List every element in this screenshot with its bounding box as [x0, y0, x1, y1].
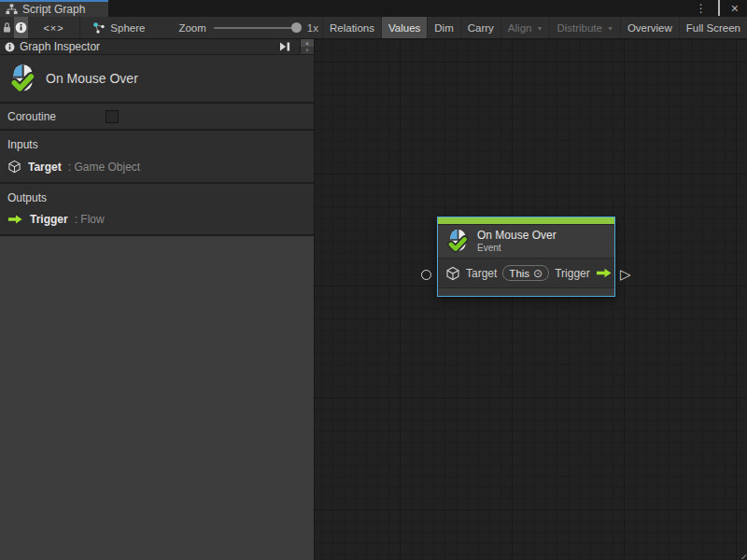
object-picker-icon[interactable]: ⊙: [533, 267, 543, 280]
tab-label: Script Graph: [22, 3, 85, 16]
node-title: On Mouse Over: [477, 229, 557, 242]
on-mouse-over-icon: [445, 229, 470, 253]
window-maximize-icon[interactable]: [715, 3, 723, 14]
inspector-title: Graph Inspector: [20, 40, 270, 53]
full-screen-button[interactable]: Full Screen: [679, 17, 747, 38]
info-icon: [15, 21, 27, 34]
unit-title-block: On Mouse Over: [0, 55, 314, 104]
zoom-slider-knob[interactable]: [291, 22, 302, 33]
align-dropdown[interactable]: Align ▼: [500, 17, 550, 38]
node-graph-icon: [92, 21, 106, 35]
window-close-icon[interactable]: ×: [728, 2, 741, 15]
graph-canvas[interactable]: ▷ On Mouse Ov: [315, 39, 747, 560]
scroll-down-button[interactable]: ▼: [301, 47, 314, 54]
port-name: Target: [28, 161, 62, 174]
zoom-control: Zoom 1x: [154, 17, 322, 38]
cube-icon: [445, 266, 460, 281]
dock-panel-button[interactable]: [275, 42, 295, 51]
coroutine-checkbox[interactable]: [106, 110, 119, 123]
graph-toolbar: <×> Sphere Zoom 1x Relations: [0, 17, 747, 39]
on-mouse-over-node[interactable]: On Mouse Over Event Target This ⊙: [437, 217, 615, 297]
on-mouse-over-icon: [7, 63, 37, 93]
tab-bar: Script Graph ⋮ ×: [0, 0, 747, 17]
tab-script-graph[interactable]: Script Graph: [0, 0, 108, 17]
input-port-row: Target : Game Object: [0, 156, 314, 182]
main-area: Graph Inspector ▲ ▼: [0, 39, 747, 560]
lock-button[interactable]: [0, 17, 14, 38]
node-output-flow-port[interactable]: ▷: [620, 267, 631, 281]
inputs-section: Inputs Target : Game Object: [0, 131, 314, 184]
cube-icon: [7, 160, 21, 174]
window-controls: ⋮ ×: [693, 0, 747, 17]
zoom-value: 1x: [307, 22, 318, 34]
port-name: Trigger: [30, 213, 68, 226]
inspector-scrollbar: ▲ ▼: [300, 39, 314, 54]
node-selected-accent: [438, 217, 614, 225]
outputs-section: Outputs Trigger : Flow: [0, 184, 314, 236]
values-button[interactable]: Values: [381, 17, 427, 38]
window-resize-grip[interactable]: [737, 550, 746, 559]
variables-toggle-button[interactable]: <×>: [28, 17, 78, 38]
code-icon: <×>: [43, 22, 63, 34]
caret-down-icon: ▼: [536, 25, 543, 32]
coroutine-label: Coroutine: [7, 110, 56, 123]
port-type: : Game Object: [68, 161, 140, 174]
outputs-heading: Outputs: [0, 184, 314, 209]
carry-button[interactable]: Carry: [460, 17, 500, 38]
distribute-dropdown[interactable]: Distribute ▼: [549, 17, 620, 38]
graph-inspector-header: Graph Inspector ▲ ▼: [0, 39, 314, 55]
overview-button[interactable]: Overview: [620, 17, 679, 38]
target-value-button[interactable]: This ⊙: [502, 265, 549, 281]
node-port-row: Target This ⊙ Trigger: [438, 259, 614, 288]
coroutine-row: Coroutine: [0, 104, 314, 131]
zoom-slider[interactable]: [214, 27, 300, 29]
flow-arrow-icon: [7, 214, 23, 225]
lock-icon: [2, 21, 12, 34]
port-type: : Flow: [75, 213, 105, 226]
inspector-toggle-button[interactable]: [14, 17, 28, 38]
graph-owner-chip[interactable]: Sphere: [79, 17, 154, 38]
target-port-label: Target: [466, 267, 497, 280]
inspector-empty-area: [0, 236, 314, 560]
node-footer: [438, 288, 614, 296]
info-icon: [5, 42, 15, 52]
zoom-label: Zoom: [178, 22, 205, 34]
script-graph-window: Script Graph ⋮ ×: [0, 0, 747, 560]
dock-right-icon: [278, 42, 291, 51]
node-header[interactable]: On Mouse Over Event: [438, 225, 614, 259]
relations-button[interactable]: Relations: [322, 17, 381, 38]
trigger-port-label: Trigger: [555, 267, 590, 280]
inputs-heading: Inputs: [0, 131, 314, 156]
toolbar-button-group: Relations Values Dim Carry Align ▼ Distr…: [322, 17, 747, 38]
node-input-flow-port[interactable]: [421, 270, 431, 280]
graph-owner-label: Sphere: [110, 22, 145, 34]
dim-button[interactable]: Dim: [427, 17, 459, 38]
flow-arrow-icon: [596, 267, 613, 279]
graph-inspector-panel: Graph Inspector ▲ ▼: [0, 39, 315, 560]
node-subtitle: Event: [477, 243, 557, 253]
output-port-row: Trigger : Flow: [0, 209, 314, 234]
graph-tree-icon: [6, 4, 18, 15]
scroll-up-button[interactable]: ▲: [301, 39, 314, 47]
window-menu-icon[interactable]: ⋮: [693, 3, 710, 14]
unit-title: On Mouse Over: [46, 71, 138, 86]
caret-down-icon: ▼: [607, 25, 613, 32]
